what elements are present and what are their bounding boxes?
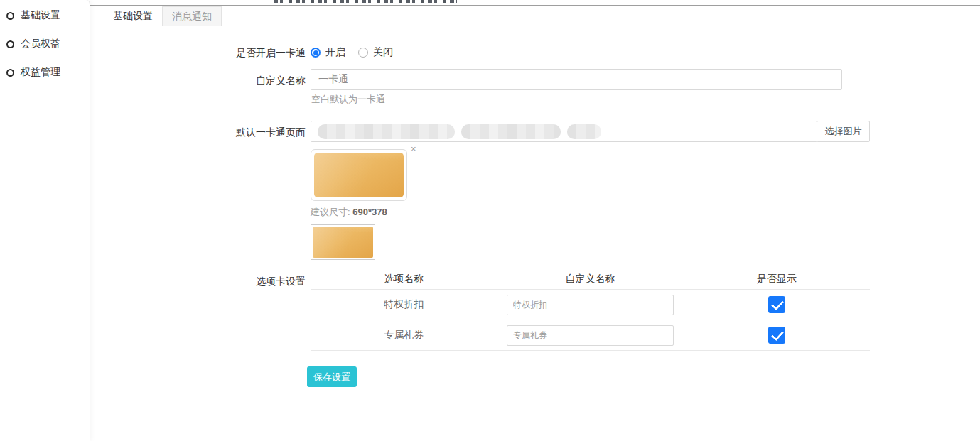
image-thumbnail-frame bbox=[311, 224, 375, 260]
circle-bullet-icon bbox=[6, 12, 14, 20]
custom-name-input[interactable] bbox=[311, 69, 842, 90]
tab-settings-label: 选项卡设置 bbox=[97, 276, 306, 288]
size-hint-value: 690*378 bbox=[352, 207, 387, 217]
sidebar-item-label: 会员权益 bbox=[21, 38, 60, 50]
size-hint-label: 建议尺寸: bbox=[311, 207, 350, 217]
row-custom-name-input[interactable] bbox=[507, 325, 674, 346]
row-custom-name-input[interactable] bbox=[507, 295, 674, 315]
table-row: 专属礼券 bbox=[311, 320, 870, 350]
onecard-preview-image bbox=[314, 153, 404, 197]
sidebar-item-label: 权益管理 bbox=[21, 66, 60, 79]
redacted-url-value bbox=[318, 124, 601, 139]
table-row: 特权折扣 bbox=[311, 290, 870, 320]
cropped-header-text-sliver bbox=[274, 0, 457, 3]
enable-radio-group: 开启 关闭 bbox=[311, 46, 393, 59]
tab-bar: 基础设置 消息通知 bbox=[104, 6, 222, 26]
sidebar: 基础设置 会员权益 权益管理 bbox=[0, 0, 90, 441]
remove-image-icon[interactable]: × bbox=[411, 144, 416, 153]
sidebar-item-label: 基础设置 bbox=[21, 9, 60, 22]
radio-on-label: 开启 bbox=[325, 46, 345, 59]
onecard-thumbnail-image bbox=[313, 227, 373, 258]
enable-onecard-label: 是否开启一卡通 bbox=[97, 47, 306, 60]
circle-bullet-icon bbox=[6, 40, 14, 48]
col-header-option-name: 选项名称 bbox=[311, 273, 497, 285]
sidebar-item-benefit-management[interactable]: 权益管理 bbox=[0, 65, 90, 80]
custom-name-hint: 空白默认为一卡通 bbox=[311, 93, 385, 106]
table-header-row: 选项名称 自定义名称 是否显示 bbox=[311, 269, 870, 289]
custom-name-label: 自定义名称 bbox=[97, 75, 306, 87]
radio-checked-icon[interactable] bbox=[311, 48, 321, 58]
save-settings-button[interactable]: 保存设置 bbox=[307, 366, 357, 387]
settings-page: 基础设置 会员权益 权益管理 基础设置 消息通知 是否开启一卡通 开启 关闭 自… bbox=[0, 0, 980, 441]
tab-basic-settings[interactable]: 基础设置 bbox=[104, 6, 162, 26]
radio-option-off[interactable]: 关闭 bbox=[358, 46, 393, 59]
sidebar-item-basic-settings[interactable]: 基础设置 bbox=[0, 9, 90, 23]
tab-message-notification[interactable]: 消息通知 bbox=[162, 6, 222, 26]
default-page-label: 默认一卡通页面 bbox=[97, 126, 306, 139]
row-option-name: 专属礼券 bbox=[311, 329, 497, 342]
sidebar-item-member-benefits[interactable]: 会员权益 bbox=[0, 37, 90, 51]
radio-off-label: 关闭 bbox=[373, 46, 393, 59]
circle-bullet-icon bbox=[6, 69, 14, 77]
table-divider bbox=[311, 350, 870, 351]
row-option-name: 特权折扣 bbox=[311, 298, 497, 311]
visible-checkbox-checked-icon[interactable] bbox=[768, 327, 785, 344]
col-header-visible: 是否显示 bbox=[684, 273, 870, 285]
default-page-url-input[interactable] bbox=[311, 121, 817, 142]
tab-settings-table: 选项名称 自定义名称 是否显示 特权折扣 专属礼券 bbox=[311, 269, 870, 351]
size-hint: 建议尺寸: 690*378 bbox=[311, 206, 387, 219]
radio-option-on[interactable]: 开启 bbox=[311, 46, 345, 59]
image-preview-frame bbox=[311, 149, 407, 201]
col-header-custom-name: 自定义名称 bbox=[497, 273, 683, 285]
visible-checkbox-checked-icon[interactable] bbox=[768, 296, 785, 313]
radio-unchecked-icon[interactable] bbox=[358, 48, 368, 58]
choose-image-button[interactable]: 选择图片 bbox=[817, 121, 870, 142]
top-divider-line bbox=[90, 5, 980, 6]
